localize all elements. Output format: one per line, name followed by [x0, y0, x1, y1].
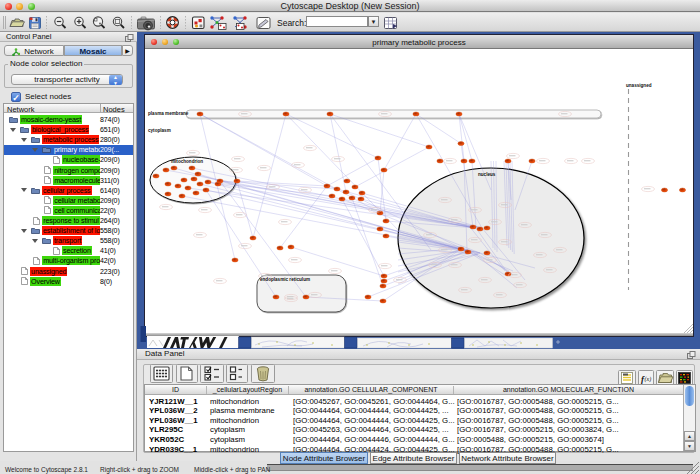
svg-text:mitochondrion: mitochondrion: [171, 159, 203, 164]
svg-text:nucleus: nucleus: [478, 172, 496, 177]
svg-text:cytoplasm: cytoplasm: [148, 128, 171, 133]
svg-text:plasma membrane: plasma membrane: [148, 111, 189, 116]
svg-text:(x): (x): [645, 376, 652, 383]
svg-text:endoplasmic reticulum: endoplasmic reticulum: [260, 277, 310, 282]
svg-text:unassigned: unassigned: [626, 83, 652, 88]
